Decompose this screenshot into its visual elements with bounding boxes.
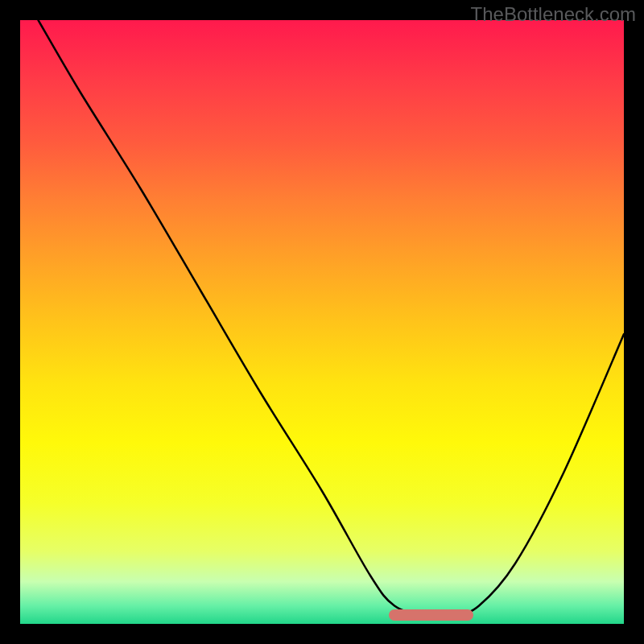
chart-frame: TheBottleneck.com <box>0 0 644 644</box>
plot-area <box>20 20 624 624</box>
optimal-range-marker <box>389 609 473 621</box>
watermark-text: TheBottleneck.com <box>471 3 636 26</box>
bottleneck-curve <box>20 20 624 624</box>
